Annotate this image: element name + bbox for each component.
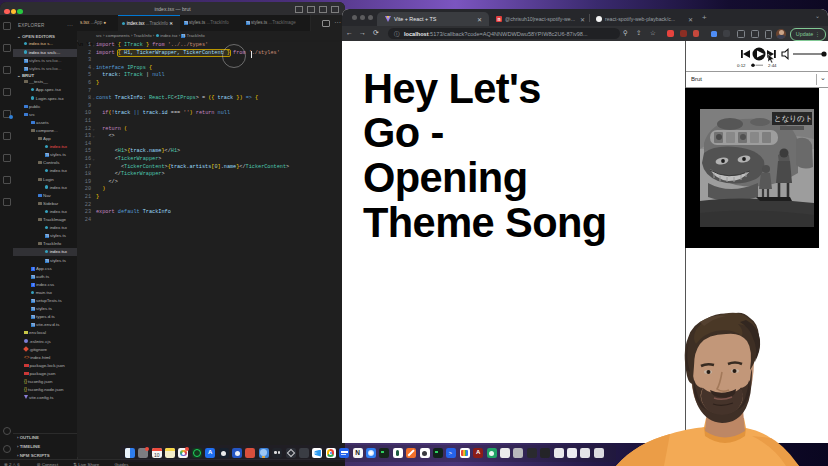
svg-text:となりのトトロ: となりのトトロ bbox=[774, 114, 814, 123]
svg-text:0:12: 0:12 bbox=[737, 63, 746, 68]
svg-text:2:44: 2:44 bbox=[768, 63, 777, 68]
